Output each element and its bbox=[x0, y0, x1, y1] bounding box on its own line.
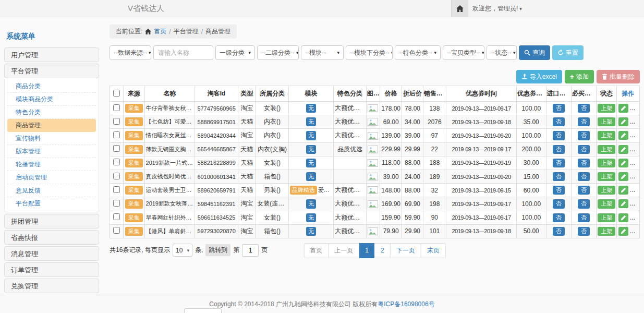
import-select-toggle[interactable]: 否 bbox=[553, 186, 565, 195]
page-button-首页[interactable]: 首页 bbox=[303, 243, 329, 258]
status-badge[interactable]: 上架 bbox=[598, 117, 615, 126]
edit-button[interactable] bbox=[618, 104, 628, 113]
row-checkbox[interactable] bbox=[113, 213, 120, 220]
per-page-select[interactable]: 10▾ bbox=[173, 244, 192, 257]
status-badge[interactable]: 上架 bbox=[598, 131, 615, 140]
jump-button[interactable]: 跳转到 bbox=[205, 244, 230, 256]
jump-page-input[interactable] bbox=[242, 244, 259, 257]
page-button-2[interactable]: 2 bbox=[374, 243, 391, 258]
page-button-上一页[interactable]: 上一页 bbox=[328, 243, 359, 258]
edit-button[interactable] bbox=[618, 159, 628, 167]
row-checkbox[interactable] bbox=[113, 186, 120, 193]
status-badge[interactable]: 上架 bbox=[598, 227, 615, 236]
row-checkbox[interactable] bbox=[113, 159, 120, 165]
add-button[interactable]: + 添加 bbox=[565, 70, 594, 83]
source-cell: 采集 bbox=[124, 115, 144, 129]
import-select-toggle[interactable]: 否 bbox=[553, 131, 565, 140]
sidebar-group-订单管理[interactable]: 订单管理 bbox=[4, 262, 99, 277]
edit-button[interactable] bbox=[618, 213, 628, 222]
status-badge[interactable]: 上架 bbox=[598, 172, 615, 181]
must-buy-toggle[interactable]: 否 bbox=[578, 213, 590, 222]
status-badge[interactable]: 上架 bbox=[598, 186, 615, 195]
sidebar-group-用户管理[interactable]: 用户管理 bbox=[4, 47, 99, 62]
must-buy-toggle[interactable]: 否 bbox=[578, 131, 590, 140]
filter-select-一级分类[interactable]: 一级分类▾ bbox=[215, 45, 255, 60]
filter-select-二级分类[interactable]: --二级分类--▾ bbox=[257, 45, 299, 60]
name-search-input[interactable] bbox=[153, 45, 213, 60]
filter-select-模块下分类[interactable]: --模块下分类--▾ bbox=[346, 45, 393, 60]
edit-button[interactable] bbox=[618, 199, 628, 208]
import-select-toggle[interactable]: 否 bbox=[553, 213, 565, 222]
filter-select-数据来源[interactable]: --数据来源--▾ bbox=[110, 45, 151, 60]
sidebar-group-平台管理[interactable]: 平台管理 bbox=[4, 64, 99, 78]
sidebar-item-宣传物料[interactable]: 宣传物料 bbox=[7, 132, 96, 145]
edit-button[interactable] bbox=[618, 172, 628, 181]
import-excel-button[interactable]: 导入excel bbox=[516, 70, 562, 83]
batch-delete-button[interactable]: 批量删除 bbox=[597, 70, 640, 83]
row-checkbox[interactable] bbox=[113, 131, 120, 138]
row-checkbox[interactable] bbox=[113, 200, 120, 207]
chevron-down-icon: ▾ bbox=[149, 50, 151, 55]
filter-select-特色分类[interactable]: --特色分类--▾ bbox=[395, 45, 441, 60]
status-badge[interactable]: 上架 bbox=[598, 213, 615, 222]
must-buy-toggle[interactable]: 否 bbox=[578, 199, 590, 208]
sidebar-item-特色分类[interactable]: 特色分类 bbox=[7, 106, 96, 119]
must-buy-toggle[interactable]: 否 bbox=[578, 186, 590, 195]
must-buy-toggle[interactable]: 否 bbox=[578, 104, 590, 113]
row-checkbox[interactable] bbox=[113, 145, 120, 152]
import-select-toggle[interactable]: 否 bbox=[553, 227, 565, 236]
discount-price-cell: 24.00 bbox=[402, 170, 423, 183]
sidebar-group-拼团管理[interactable]: 拼团管理 bbox=[4, 214, 99, 228]
sidebar-item-版本管理[interactable]: 版本管理 bbox=[7, 145, 96, 158]
row-checkbox[interactable] bbox=[113, 104, 120, 111]
home-nav-button[interactable] bbox=[451, 0, 468, 17]
page-button-末页[interactable]: 末页 bbox=[421, 243, 446, 258]
import-select-toggle[interactable]: 否 bbox=[553, 145, 565, 154]
status-badge[interactable]: 上架 bbox=[598, 104, 615, 113]
sidebar-item-商品分类[interactable]: 商品分类 bbox=[7, 80, 96, 93]
sidebar-item-启动页管理[interactable]: 启动页管理 bbox=[7, 171, 96, 184]
status-badge[interactable]: 上架 bbox=[598, 145, 615, 154]
edit-button[interactable] bbox=[618, 186, 628, 195]
icp-link[interactable]: 粤ICP备16098006号 bbox=[378, 300, 434, 308]
edit-button[interactable] bbox=[618, 131, 628, 140]
must-buy-toggle[interactable]: 否 bbox=[578, 117, 590, 126]
filter-select-宝贝类型[interactable]: --宝贝类型--▾ bbox=[443, 45, 484, 60]
status-badge[interactable]: 上架 bbox=[598, 159, 615, 167]
import-select-toggle[interactable]: 否 bbox=[553, 159, 565, 167]
must-buy-toggle[interactable]: 否 bbox=[578, 145, 590, 154]
must-buy-toggle[interactable]: 否 bbox=[578, 172, 590, 181]
must-buy-toggle[interactable]: 否 bbox=[578, 159, 590, 167]
page-button-1[interactable]: 1 bbox=[359, 243, 375, 258]
source-cell: 采集 bbox=[124, 129, 144, 142]
sidebar-item-意见反馈[interactable]: 意见反馈 bbox=[7, 184, 96, 197]
sidebar-item-商品管理[interactable]: 商品管理 bbox=[7, 119, 96, 132]
user-menu[interactable]: 欢迎您，管理员!▾ bbox=[472, 0, 522, 17]
breadcrumb-home-link[interactable]: 首页 bbox=[154, 27, 166, 36]
edit-button[interactable] bbox=[618, 145, 628, 154]
sidebar-item-平台配置[interactable]: 平台配置 bbox=[7, 197, 96, 210]
row-checkbox[interactable] bbox=[113, 118, 120, 125]
sidebar-item-轮播管理[interactable]: 轮播管理 bbox=[7, 158, 96, 171]
filter-select-模块[interactable]: --模块--▾ bbox=[301, 45, 344, 60]
reset-button[interactable]: 重置 bbox=[552, 45, 584, 60]
sidebar-group-省惠快报[interactable]: 省惠快报 bbox=[4, 230, 99, 245]
edit-button[interactable] bbox=[618, 227, 628, 236]
import-select-toggle[interactable]: 否 bbox=[553, 117, 565, 126]
select-all-checkbox[interactable] bbox=[113, 90, 120, 97]
import-select-toggle[interactable]: 否 bbox=[553, 199, 565, 208]
must-buy-toggle[interactable]: 否 bbox=[578, 227, 590, 236]
sidebar-group-消息管理[interactable]: 消息管理 bbox=[4, 246, 99, 261]
import-select-toggle[interactable]: 否 bbox=[553, 104, 565, 113]
filter-select-状态[interactable]: --状态--▾ bbox=[487, 45, 517, 60]
import-select-toggle[interactable]: 否 bbox=[553, 172, 565, 181]
status-badge[interactable]: 上架 bbox=[598, 199, 615, 208]
import-select-cell: 否 bbox=[546, 184, 571, 197]
row-checkbox[interactable] bbox=[113, 173, 120, 179]
edit-button[interactable] bbox=[618, 117, 628, 126]
page-button-下一页[interactable]: 下一页 bbox=[390, 243, 421, 258]
sidebar-group-兑换管理[interactable]: 兑换管理 bbox=[4, 279, 99, 293]
row-checkbox[interactable] bbox=[113, 227, 120, 234]
sidebar-item-模块商品分类[interactable]: 模块商品分类 bbox=[7, 93, 96, 106]
query-button[interactable]: 查询 bbox=[519, 45, 550, 60]
